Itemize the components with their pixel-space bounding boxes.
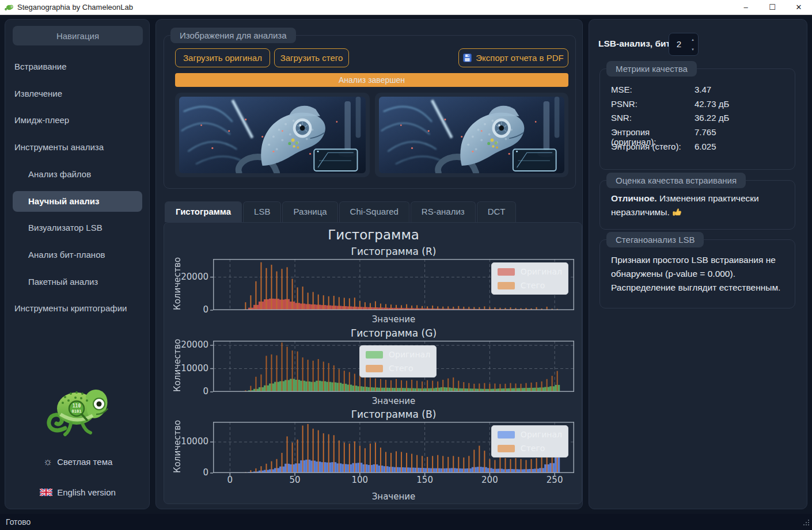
legend-row: Оригинал [366, 350, 430, 359]
svg-text:0101: 0101 [72, 409, 82, 414]
analysis-tabs: ГистограммаLSBРазницаChi-SquaredRS-анали… [165, 201, 516, 222]
x-axis-label: Значение [213, 396, 574, 406]
theme-toggle[interactable]: ☼ Светлая тема [5, 454, 150, 469]
thumbs-up-icon [672, 207, 682, 221]
legend-swatch [366, 351, 383, 359]
histogram-plot-r: ОригиналСтего [213, 259, 574, 310]
figure-title: Гистограмма [164, 227, 583, 242]
floppy-icon [463, 54, 472, 62]
metric-label: SNR: [611, 113, 695, 123]
sidebar-item-file-analysis[interactable]: Анализ файлов [13, 164, 142, 185]
y-tick-label: 20000 [168, 272, 208, 282]
metrics-group-title: Метрики качества [606, 61, 697, 77]
metric-row: Энтропия (стего):6.025 [611, 142, 790, 151]
sidebar-item-batch-analysis[interactable]: Пакетный анализ [13, 272, 142, 292]
metric-row: SNR:36.22 дБ [611, 113, 790, 123]
legend-swatch [498, 445, 515, 452]
uk-flag-icon [40, 489, 52, 496]
sidebar-item-crypto-tools[interactable]: Инструменты криптографии [13, 298, 142, 319]
analysis-progress-bar: Анализ завершен [175, 73, 568, 87]
x-tick-label: 100 [342, 475, 378, 485]
quality-grade: Отличное. [611, 193, 657, 203]
metric-row: PSNR:42.73 дБ [611, 99, 790, 109]
language-toggle[interactable]: English version [5, 485, 150, 500]
maximize-button[interactable]: ☐ [759, 0, 786, 14]
tab-chi-squared[interactable]: Chi-Squared [339, 201, 409, 222]
sidebar-item-analysis-tools[interactable]: Инструменты анализа [13, 137, 142, 158]
sidebar-item-embedding[interactable]: Встраивание [13, 56, 142, 77]
spinner-down-icon[interactable]: ▾ [689, 44, 696, 54]
legend: ОригиналСтего [491, 262, 568, 295]
stego-image-card[interactable] [375, 93, 568, 177]
load-original-label: Загрузить оригинал [183, 53, 262, 63]
load-stego-button[interactable]: Загрузить стего [274, 48, 349, 67]
steganalysis-group-title: Стеганоанализ LSB [606, 232, 704, 247]
legend: ОригиналСтего [359, 345, 437, 378]
sun-icon: ☼ [43, 456, 53, 467]
status-bar: Готово [0, 514, 812, 530]
y-tick-label: 0 [168, 467, 208, 478]
close-button[interactable]: ✕ [786, 0, 812, 14]
tab-rs-analysis[interactable]: RS-анализ [411, 201, 476, 222]
lsb-bits-spinner[interactable]: 2 ▴ ▾ [669, 33, 699, 56]
sidebar: Навигация ВстраиваниеИзвлечениеИмидж-пле… [5, 19, 150, 509]
original-image-card[interactable] [175, 93, 370, 177]
histogram-subtitle-r: Гистограмма (R) [213, 246, 574, 257]
legend-row: Оригинал [498, 267, 562, 276]
minimize-button[interactable]: – [733, 0, 759, 14]
y-tick-label: 10000 [168, 436, 208, 447]
legend-label: Стего [521, 281, 545, 290]
x-tick-label: 150 [407, 475, 443, 485]
y-tick-label: 0 [168, 304, 208, 315]
y-tick-label: 20000 [168, 340, 208, 350]
sidebar-item-bit-plane-analysis[interactable]: Анализ бит-планов [13, 245, 142, 265]
y-axis-label: Количество [172, 259, 184, 310]
legend: ОригиналСтего [491, 425, 568, 457]
x-tick-label: 50 [276, 475, 313, 485]
metric-label: PSNR: [611, 99, 695, 109]
app-window: Steganographia by ChameleonLab – ☐ ✕ Нав… [0, 0, 812, 530]
load-original-button[interactable]: Загрузить оригинал [175, 48, 270, 67]
chameleon-cyborg-image [179, 97, 366, 173]
sidebar-item-image-player[interactable]: Имидж-плеер [13, 110, 142, 131]
legend-label: Оригинал [521, 430, 562, 439]
y-tick-label: 0 [168, 386, 208, 396]
legend-row: Стего [498, 444, 562, 453]
window-title: Steganographia by ChameleonLab [17, 3, 133, 12]
legend-label: Оригинал [389, 350, 430, 359]
legend-label: Стего [389, 364, 413, 373]
sidebar-item-scientific-analysis[interactable]: Научный анализ [13, 191, 142, 212]
y-axis-label: Количество [172, 422, 184, 473]
metric-label: Энтропия (стего): [611, 142, 695, 151]
tab-difference[interactable]: Разница [282, 201, 337, 222]
spinner-up-icon[interactable]: ▴ [689, 35, 696, 44]
chameleon-icon [5, 3, 14, 12]
lsb-bits-label: LSB-анализ, бит: [598, 39, 673, 49]
export-pdf-button[interactable]: Экспорт отчета в PDF [458, 48, 568, 67]
resize-grip-icon[interactable] [802, 518, 810, 528]
legend-label: Стего [521, 444, 545, 453]
tab-dct[interactable]: DCT [477, 201, 517, 222]
legend-swatch [498, 282, 515, 289]
export-pdf-label: Экспорт отчета в PDF [476, 53, 563, 63]
histogram-plot-b: ОригиналСтего [213, 422, 574, 473]
chameleon-cyborg-image [379, 97, 564, 173]
x-tick-label: 200 [471, 475, 508, 485]
quality-group-title: Оценка качества встраивания [606, 173, 746, 188]
legend-swatch [498, 431, 515, 439]
tab-histogram[interactable]: Гистограмма [165, 201, 242, 222]
sidebar-item-extraction[interactable]: Извлечение [13, 83, 142, 104]
x-tick-label: 0 [211, 475, 248, 485]
legend-row: Оригинал [498, 430, 562, 439]
histogram-subtitle-b: Гистограмма (B) [213, 409, 574, 420]
language-toggle-label: English version [57, 487, 116, 497]
legend-row: Стего [498, 281, 562, 290]
sidebar-item-lsb-visualizer[interactable]: Визуализатор LSB [13, 218, 142, 238]
tab-lsb[interactable]: LSB [243, 201, 281, 222]
chameleon-logo: 110 0101 [43, 376, 112, 444]
metric-row: MSE:3.47 [611, 85, 790, 94]
histogram-plot-g: ОригиналСтего [213, 341, 574, 392]
x-axis-label: Значение [213, 491, 574, 502]
metric-value: 42.73 дБ [695, 99, 729, 109]
theme-toggle-label: Светлая тема [57, 457, 112, 467]
